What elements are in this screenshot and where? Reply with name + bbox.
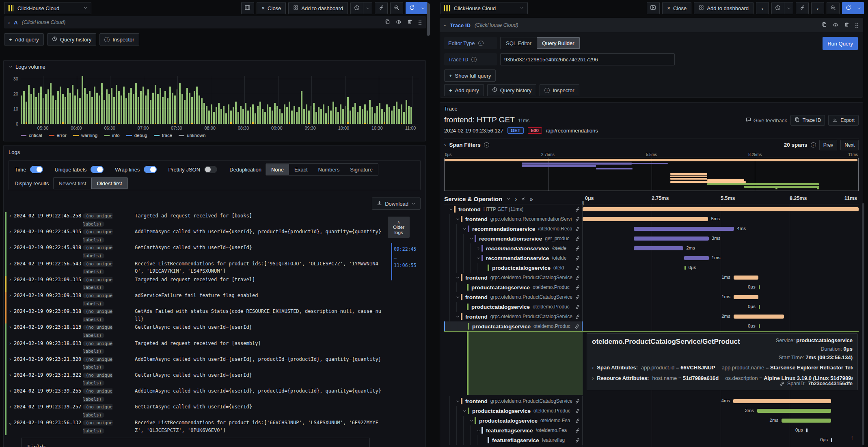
span-link-icon[interactable] xyxy=(575,245,580,253)
span-name-cell[interactable]: productcatalogserviceoteldemo.Produc xyxy=(444,282,583,292)
span-name-cell[interactable]: frontendgrpc.oteldemo.RecommendationServ… xyxy=(444,214,583,224)
span-timeline-cell[interactable]: 3ms xyxy=(583,406,859,416)
span-bar[interactable] xyxy=(782,419,831,423)
span-toggle-icon[interactable] xyxy=(468,419,475,423)
span-bar[interactable] xyxy=(759,285,760,289)
log-row[interactable]: ›2024-02-19 09:23:39.257(no unique label… xyxy=(5,403,384,419)
segmented-option[interactable]: None xyxy=(266,164,289,175)
log-expand-icon[interactable]: ⌄ xyxy=(6,419,14,427)
span-timeline-cell[interactable]: 4ms xyxy=(583,396,859,406)
log-row[interactable]: ›2024-02-19 09:23:09.318(no unique label… xyxy=(5,308,384,323)
legend-item[interactable]: unknown xyxy=(179,133,205,138)
span-timeline-cell[interactable]: 4ms xyxy=(583,224,859,234)
span-toggle-icon[interactable] xyxy=(454,217,461,221)
span-timeline-cell[interactable]: 5ms xyxy=(583,214,859,224)
span-bar[interactable] xyxy=(806,428,808,432)
attr-row[interactable]: ›Span Attributes:app.product.id = 66VCHS… xyxy=(592,365,853,371)
give-feedback-link[interactable]: Give feedback xyxy=(746,117,787,124)
add-to-dashboard-button[interactable]: Add to dashboard xyxy=(288,2,348,14)
span-bar[interactable] xyxy=(759,305,760,309)
span-link-icon[interactable] xyxy=(575,255,580,263)
span-link-icon[interactable] xyxy=(575,418,580,425)
time-toggle[interactable] xyxy=(30,166,43,173)
segmented-option[interactable]: Query Builder xyxy=(537,37,579,49)
shift-time-back-button[interactable]: ‹ xyxy=(756,2,769,14)
span-name-cell[interactable]: frontendHTTP GET (11ms) xyxy=(444,204,583,214)
log-expand-icon[interactable]: › xyxy=(6,371,14,379)
shift-time-forward-button[interactable]: › xyxy=(811,2,824,14)
span-link-icon[interactable] xyxy=(575,226,580,233)
toggle-query-icon[interactable] xyxy=(833,22,838,29)
expand-query-icon[interactable]: › xyxy=(8,20,10,26)
log-range-indicator[interactable] xyxy=(391,243,392,280)
span-name-cell[interactable]: frontendgrpc.oteldemo.ProductCatalogServ… xyxy=(444,396,583,406)
span-timeline-cell[interactable]: 3ms xyxy=(583,234,859,243)
span-row[interactable]: recommendationservice/oteldemo.Reco4ms xyxy=(444,224,859,234)
query-history-button[interactable]: Query history xyxy=(47,33,96,46)
span-row[interactable]: productcatalogserviceoteldemo.Produc0μs xyxy=(444,302,859,312)
time-range-caret[interactable] xyxy=(784,2,793,14)
log-row[interactable]: ›2024-02-19 09:23:09.318(no unique label… xyxy=(5,292,384,308)
span-name-cell[interactable]: productcatalogserviceoteld xyxy=(444,263,583,273)
copy-link-button[interactable] xyxy=(375,2,388,14)
log-row[interactable]: ›2024-02-19 09:23:18.113(no unique label… xyxy=(5,323,384,339)
log-row[interactable]: ›2024-02-19 09:23:21.322(no unique label… xyxy=(5,371,384,387)
span-link-icon[interactable] xyxy=(575,275,580,282)
zoom-out-button[interactable] xyxy=(390,2,403,14)
segmented-option[interactable]: Newest first xyxy=(54,178,92,189)
span-name-cell[interactable]: recommendationserviceget_produc xyxy=(444,234,583,243)
span-toggle-icon[interactable] xyxy=(454,276,461,280)
log-row[interactable]: ›2024-02-19 09:22:45.918(no unique label… xyxy=(5,244,384,260)
span-bar[interactable] xyxy=(734,315,784,319)
span-name-cell[interactable]: featureflagservicefeatureflag xyxy=(444,435,583,445)
log-expand-icon[interactable]: › xyxy=(6,276,14,284)
span-filters-label[interactable]: Span Filters xyxy=(449,142,481,148)
span-bar[interactable] xyxy=(733,399,831,403)
span-toggle-icon[interactable] xyxy=(454,399,461,404)
span-link-icon[interactable] xyxy=(575,427,580,435)
span-name-cell[interactable]: productcatalogserviceoteldemo.Produc xyxy=(444,302,583,312)
logs-volume-title[interactable]: Logs volume xyxy=(9,64,425,70)
log-expand-icon[interactable]: › xyxy=(6,260,14,268)
split-pane-button[interactable] xyxy=(241,2,254,14)
prev-span-button[interactable]: Prev xyxy=(819,140,838,150)
duplicate-query-icon[interactable] xyxy=(385,19,390,26)
span-id[interactable]: SpanID: 7b23cec443156dfe xyxy=(779,381,853,386)
span-timeline-cell[interactable]: 2ms xyxy=(583,416,859,425)
span-row[interactable]: frontendHTTP GET (11ms) xyxy=(444,204,859,214)
span-row[interactable]: frontendgrpc.oteldemo.RecommendationServ… xyxy=(444,214,859,224)
span-bar[interactable] xyxy=(583,207,859,211)
span-link-icon[interactable] xyxy=(575,437,580,445)
span-timeline-cell[interactable] xyxy=(583,204,859,214)
log-expand-icon[interactable]: › xyxy=(6,308,14,315)
span-bar[interactable] xyxy=(757,409,831,413)
span-name-cell[interactable]: frontendgrpc.oteldemo.ProductCatalogServ… xyxy=(444,292,583,302)
log-expand-icon[interactable]: › xyxy=(6,323,14,331)
segmented-option[interactable]: SQL Editor xyxy=(501,37,537,49)
log-expand-icon[interactable]: › xyxy=(6,244,14,252)
query-history-button[interactable]: Query history xyxy=(487,84,536,96)
span-name-cell[interactable]: productcatalogserviceoteldemo.Produc xyxy=(444,406,583,416)
span-bar[interactable] xyxy=(634,237,708,241)
span-row[interactable]: recommendationservice/otelde1ms xyxy=(444,253,859,263)
span-row[interactable]: frontendgrpc.oteldemo.ProductCatalogServ… xyxy=(444,396,859,406)
left-scrollbar[interactable] xyxy=(427,3,430,36)
span-timeline-cell[interactable]: 1ms xyxy=(583,292,859,302)
span-toggle-icon[interactable] xyxy=(461,227,468,231)
span-name-cell[interactable]: featureflagservice/oteldemo.Fea xyxy=(444,425,583,435)
span-timeline-cell[interactable]: 2ms xyxy=(583,312,859,321)
unique-labels-toggle[interactable] xyxy=(91,166,104,173)
span-link-icon[interactable] xyxy=(575,398,580,406)
span-timeline-cell[interactable]: 2ms xyxy=(583,243,859,253)
run-refresh-button[interactable] xyxy=(406,2,419,14)
span-timeline-cell[interactable]: 0μs xyxy=(583,435,859,445)
inspector-button[interactable]: iInspector xyxy=(99,33,139,46)
datasource-picker-right[interactable]: ClickHouse Cloud xyxy=(440,2,528,14)
span-bar[interactable] xyxy=(684,266,686,270)
span-toggle-icon[interactable] xyxy=(475,246,482,251)
legend-item[interactable]: error xyxy=(49,133,67,138)
span-link-icon[interactable] xyxy=(575,294,580,302)
span-name-cell[interactable]: frontendgrpc.oteldemo.ProductCatalogServ… xyxy=(444,273,583,282)
log-row[interactable]: ›2024-02-19 09:22:45.258(no unique label… xyxy=(5,212,384,228)
add-to-dashboard-button[interactable]: Add to dashboard xyxy=(694,2,754,14)
